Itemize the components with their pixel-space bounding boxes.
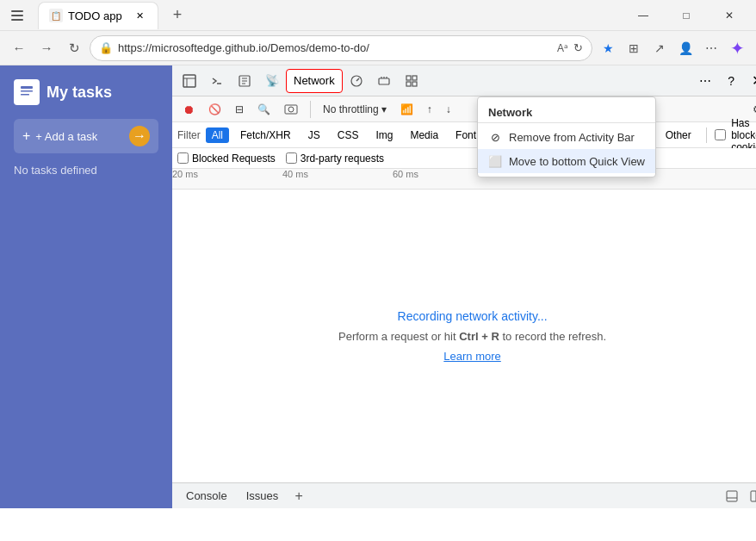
remove-activity-label: Remove from Activity Bar [509, 131, 635, 144]
third-party-checkbox[interactable] [286, 152, 297, 164]
third-party-label: 3rd-party requests [301, 152, 384, 165]
forward-button[interactable]: → [34, 36, 59, 60]
collections-icon[interactable]: ⊞ [622, 36, 646, 60]
throttling-selector[interactable]: No throttling ▾ [318, 100, 392, 119]
filter-img-button[interactable]: Img [369, 127, 399, 143]
svg-rect-19 [406, 76, 411, 80]
add-task-arrow-button[interactable]: → [129, 126, 150, 146]
reader-mode-icon: Aᵃ [557, 42, 568, 54]
devtools-bottom-bar: Console Issues + [172, 482, 756, 508]
tab-favicon: 📋 [49, 9, 63, 22]
svg-rect-15 [379, 78, 389, 84]
console-tab-button[interactable]: Console [177, 486, 236, 506]
nav-icons-group: ★ ⊞ ↗ 👤 ⋯ ✦ [596, 36, 749, 60]
record-button[interactable]: ⏺ [177, 100, 200, 119]
app-and-devtools: My tasks + + Add a task → No tasks defin… [0, 65, 756, 508]
context-menu: Network ⊘ Remove from Activity Bar ⬜ Mov… [477, 96, 656, 177]
add-drawer-tab-button[interactable]: + [288, 486, 309, 507]
app-icon [14, 79, 40, 105]
page-and-devtools: My tasks + + Add a task → No tasks defin… [0, 65, 756, 508]
more-tools-button[interactable]: ⋯ [699, 36, 723, 60]
filter-css-button[interactable]: CSS [332, 127, 365, 143]
filter-js-button[interactable]: JS [302, 127, 326, 143]
wifi-icon: 📶 [395, 100, 418, 119]
application-panel-icon[interactable] [398, 69, 425, 93]
svg-rect-1 [11, 15, 23, 16]
bottom-bar-icons [721, 485, 756, 507]
network-panel-icon[interactable]: 📡 [258, 69, 286, 93]
devtools-settings-button[interactable]: ? [719, 69, 743, 93]
filter-fetch-xhr-button[interactable]: Fetch/XHR [234, 127, 297, 143]
remove-icon: ⊘ [488, 130, 502, 144]
detach-button[interactable] [745, 485, 756, 507]
network-empty-state: Recording network activity... Perform a … [172, 190, 756, 482]
move-bottom-icon: ⬜ [488, 154, 502, 168]
blocked-requests-checkbox-item[interactable]: Blocked Requests [177, 152, 276, 165]
memory-panel-icon[interactable] [370, 69, 398, 93]
toolbar-divider [310, 101, 311, 118]
third-party-checkbox-item[interactable]: 3rd-party requests [286, 152, 384, 165]
edge-copilot-button[interactable]: ✦ [725, 36, 749, 60]
search-button[interactable]: 🔍 [252, 100, 276, 119]
dock-side-button[interactable] [721, 485, 743, 507]
app-title: My tasks [46, 84, 112, 102]
minimize-button[interactable]: — [623, 0, 663, 31]
filter-all-button[interactable]: All [206, 127, 229, 143]
new-tab-button[interactable]: + [165, 3, 189, 28]
sources-panel-icon[interactable] [231, 69, 258, 93]
active-tab[interactable]: 📋 TODO app ✕ [38, 2, 158, 29]
tab-close-button[interactable]: ✕ [132, 8, 147, 23]
refresh-button[interactable]: ↻ [62, 36, 86, 60]
screenshot-button[interactable] [279, 100, 303, 119]
sidebar-toggle-button[interactable] [7, 5, 28, 26]
address-bar[interactable]: 🔒 https://microsoftedge.github.io/Demos/… [90, 35, 592, 61]
throttle-arrow: ▾ [381, 103, 387, 115]
filter-media-button[interactable]: Media [404, 127, 444, 143]
plus-icon: + [22, 128, 30, 144]
devtools-close-button[interactable]: ✕ [745, 69, 756, 93]
svg-rect-21 [406, 82, 411, 86]
app-sidebar: My tasks + + Add a task → No tasks defin… [0, 65, 172, 508]
maximize-button[interactable]: □ [666, 0, 706, 31]
has-blocked-cookies-checkbox[interactable] [715, 129, 726, 140]
timeline-header: 20 ms 40 ms 60 ms 80 ms 100 ms [172, 169, 756, 190]
blocked-requests-checkbox[interactable] [177, 152, 189, 164]
add-task-button[interactable]: + + Add a task → [14, 119, 158, 153]
move-bottom-label: Move to bottom Quick View [509, 155, 645, 168]
svg-rect-6 [183, 75, 195, 87]
main-content: My tasks + + Add a task → No tasks defin… [0, 65, 756, 508]
console-panel-icon[interactable] [203, 69, 231, 93]
profile-icon[interactable]: 👤 [673, 36, 697, 60]
recording-desc: Perform a request or hit Ctrl + R to rec… [338, 330, 606, 343]
svg-rect-5 [21, 94, 29, 96]
filter-toggle-button[interactable]: ⊟ [230, 100, 249, 119]
throttle-label: No throttling [323, 103, 379, 115]
star-button[interactable]: ★ [596, 36, 620, 60]
devtools-panel: 📡 Network ⋯ ? ✕ [172, 65, 756, 508]
timeline-60ms: 60 ms [393, 169, 418, 179]
filter-other-button[interactable]: Other [660, 127, 697, 143]
performance-panel-icon[interactable] [343, 69, 370, 93]
desc-part1: Perform a request or hit [338, 330, 456, 343]
network-settings-button[interactable]: ⚙ [747, 100, 756, 119]
filter-label: Filter [177, 129, 201, 141]
elements-panel-icon[interactable] [176, 69, 203, 93]
svg-rect-20 [412, 76, 417, 80]
network-panel-toolbar: ⏺ 🚫 ⊟ 🔍 No throttling ▾ 📶 ↑ ↓ ⚙ [172, 96, 756, 122]
network-tab-button[interactable]: Network [286, 69, 343, 93]
lock-icon: 🔒 [99, 41, 113, 54]
learn-more-link[interactable]: Learn more [443, 350, 500, 363]
move-to-bottom-item[interactable]: ⬜ Move to bottom Quick View [478, 149, 655, 173]
svg-rect-0 [11, 10, 23, 12]
issues-tab-button[interactable]: Issues [238, 486, 288, 506]
refresh-icon-small: ↻ [573, 41, 583, 54]
share-icon[interactable]: ↗ [648, 36, 672, 60]
add-task-label: + Add a task [35, 130, 97, 143]
back-button[interactable]: ← [7, 36, 31, 60]
remove-from-activity-bar-item[interactable]: ⊘ Remove from Activity Bar [478, 125, 655, 149]
window-close-button[interactable]: ✕ [710, 0, 749, 31]
svg-rect-25 [727, 491, 737, 501]
clear-button[interactable]: 🚫 [203, 100, 226, 119]
devtools-more-button[interactable]: ⋯ [693, 69, 717, 93]
no-tasks-message: No tasks defined [14, 164, 158, 177]
